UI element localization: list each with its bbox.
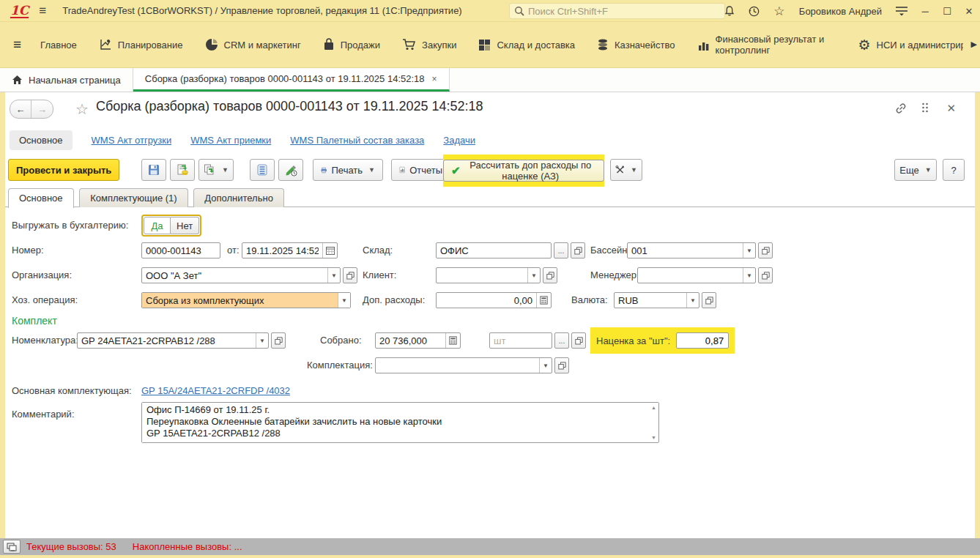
calc-markup-button[interactable]: ✔ Рассчитать доп расходы по наценке (АЗ) [443,160,604,182]
print-button[interactable]: Печать ▼ [313,159,383,181]
history-icon[interactable] [742,1,767,21]
tab-home[interactable]: Начальная страница [0,68,133,92]
coins-icon [597,38,609,51]
scroll-up-icon[interactable]: ▲ [651,405,656,410]
change-history-button[interactable] [278,159,303,181]
maximize-button[interactable]: ☐ [936,2,958,20]
forward-button[interactable]: → [31,100,53,118]
client-field[interactable]: ▼ [436,267,541,283]
chevron-down-icon[interactable]: ▼ [743,268,755,283]
search-icon [514,6,524,16]
assembled-field[interactable] [375,332,461,349]
chevron-down-icon[interactable]: ▼ [256,333,268,348]
unit-field[interactable] [489,332,552,349]
performance-indicator-icon[interactable] [3,540,21,554]
more-actions-icon[interactable] [921,102,929,114]
choose-button[interactable]: ... [554,332,569,349]
expenses-field[interactable] [436,292,552,308]
ribbon-expand-icon[interactable]: ▶ [971,40,977,49]
manager-field[interactable]: ▼ [637,267,756,283]
tab-close-icon[interactable]: × [432,74,437,84]
favorites-star-icon[interactable]: ☆ [767,1,792,21]
open-icon[interactable] [702,292,716,308]
navlink-wms-pallet[interactable]: WMS Палетный состав заказа [290,135,424,146]
ribbon-item-nsi[interactable]: ⚙ НСИ и администрирован [858,37,963,53]
ribbon-item-purchases[interactable]: Закупки [402,38,456,51]
ribbon-item-crm[interactable]: CRM и маркетинг [205,38,301,51]
chevron-down-icon[interactable]: ▼ [327,268,340,283]
form-tab-additional[interactable]: Дополнительно [193,188,284,207]
navlink-tasks[interactable]: Задачи [443,135,475,146]
ribbon-item-sales[interactable]: Продажи [323,38,380,51]
tools-icon [615,164,625,176]
post-and-close-button[interactable]: Провести и закрыть [8,159,119,181]
kitting-field[interactable]: ▼ [375,357,552,373]
create-based-on-button[interactable]: ▼ [198,159,234,181]
global-search[interactable] [509,3,725,19]
main-component-link[interactable]: GP 15A/24AETA21-2CRFDP /4032 [141,383,290,399]
notifications-bell-icon[interactable] [717,1,742,21]
operation-field[interactable]: ▼ [141,292,351,308]
get-link-icon[interactable] [894,102,907,115]
chevron-down-icon[interactable]: ▼ [539,358,552,373]
open-icon[interactable] [571,242,585,258]
close-form-icon[interactable]: ✕ [946,102,956,115]
close-window-button[interactable]: ✕ [958,2,980,20]
form-tab-components[interactable]: Комплектующие (1) [79,188,188,207]
ribbon-item-finance[interactable]: Финансовый результат и контроллинг [697,34,836,56]
sections-menu-icon[interactable]: ≡ [13,37,21,53]
back-button[interactable]: ← [10,100,31,118]
chevron-down-icon[interactable]: ▼ [338,293,350,308]
current-user[interactable]: Боровиков Андрей [799,6,882,17]
calculator-icon[interactable] [536,293,551,308]
ribbon-item-warehouse[interactable]: Склад и доставка [478,39,575,51]
navlink-main[interactable]: Основное [10,130,73,150]
add-favorite-star-icon[interactable]: ☆ [75,100,89,118]
open-icon[interactable] [343,267,357,283]
date-field[interactable] [242,242,338,258]
search-input[interactable] [528,6,720,17]
window-title: TradeAndreyTest (1CBorWORKST) / Управлен… [62,5,461,16]
document-structure-button[interactable] [250,159,275,181]
form-tab-main[interactable]: Основное [8,188,74,208]
open-icon[interactable] [271,332,286,349]
calculator-icon[interactable] [445,333,460,348]
tools-button[interactable]: ▼ [610,159,642,181]
open-icon[interactable] [571,332,586,349]
open-icon[interactable] [543,267,557,283]
toggle-no-button[interactable]: Нет [171,217,199,234]
ribbon-item-treasury[interactable]: Казначейство [597,38,675,51]
export-accounting-label: Выгружать в бухгалтерию: [12,217,128,234]
markup-field[interactable] [676,332,729,349]
calendar-icon[interactable] [322,243,337,258]
service-menu-icon[interactable] [889,1,914,21]
chevron-down-icon[interactable]: ▼ [686,293,699,308]
navlink-wms-shipment[interactable]: WMS Акт отгрузки [92,135,172,146]
choose-button[interactable]: ... [554,242,568,258]
open-icon[interactable] [758,242,773,258]
comment-field[interactable]: Офис П-14669 от 19.11.25 г. Переупаковка… [142,403,658,442]
chevron-down-icon[interactable]: ▼ [743,243,755,258]
save-button[interactable] [141,159,166,181]
more-button[interactable]: Еще ▼ [894,159,937,181]
open-icon[interactable] [554,357,569,373]
warehouse-field[interactable] [436,242,552,258]
post-document-button[interactable] [170,159,195,181]
chevron-down-icon[interactable]: ▼ [527,268,540,283]
minimize-button[interactable]: ─ [914,2,936,20]
pool-field[interactable]: ▼ [627,242,756,258]
nomenclature-field[interactable]: ▼ [77,332,269,349]
tab-document[interactable]: Сборка (разборка) товаров 0000-001143 от… [133,68,450,92]
organization-field[interactable]: ▼ [141,267,341,283]
open-icon[interactable] [758,267,773,283]
help-button[interactable]: ? [943,159,965,181]
ribbon-item-planning[interactable]: Планирование [99,38,183,51]
main-menu-icon[interactable]: ≡ [39,4,46,18]
scroll-down-icon[interactable]: ▼ [651,435,656,440]
date-from-label: от: [227,242,240,258]
toggle-yes-button[interactable]: Да [144,217,171,234]
navlink-wms-receipt[interactable]: WMS Акт приемки [190,135,271,146]
ribbon-item-main[interactable]: Главное [40,40,77,51]
currency-field[interactable]: ▼ [614,292,699,308]
number-field[interactable] [141,242,220,258]
